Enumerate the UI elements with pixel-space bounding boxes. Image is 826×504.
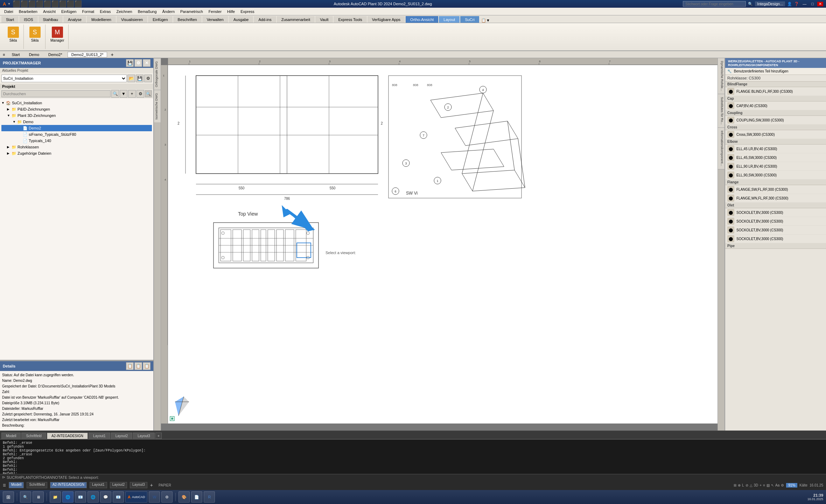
palette-item-flangewn[interactable]: ⬤ FLANGE,WN,FL,RF,300 (CS300) — [725, 194, 826, 203]
tree-item-typicals[interactable]: 📄 Typicals_140 — [1, 138, 152, 144]
status-schriftfeld-btn[interactable]: Schriftfeld — [27, 482, 47, 488]
layout-tab-a2-integadesign[interactable]: A2-INTEGADESIGN — [47, 433, 88, 439]
command-input[interactable] — [101, 475, 824, 479]
tab-add-ins[interactable]: Add-ins — [254, 16, 276, 23]
details-btn3[interactable]: 📋 — [143, 362, 150, 370]
palette-item-cross[interactable]: ⬤ Cross,SW,3000 (CS300) — [725, 130, 826, 139]
palette-item-sockolet4[interactable]: ⬤ SOCKOLET,BV,3000 (CS300) — [725, 234, 826, 243]
status-icon-3d[interactable]: 3D — [754, 483, 758, 487]
tab-isos[interactable]: ISOS — [19, 16, 37, 23]
project-search-input[interactable] — [1, 90, 111, 97]
details-btn1[interactable]: 📋 — [126, 362, 134, 370]
project-save-btn[interactable]: 💾 — [136, 75, 144, 82]
taskbar-settings-btn[interactable]: ⚙ — [161, 491, 173, 503]
palette-item-sockolet3[interactable]: ⬤ SOCKOLET,BV,3000 (CS300) — [725, 226, 826, 234]
layout-tab-layout2[interactable]: Layout2 — [111, 433, 133, 439]
menu-hilfe[interactable]: Hilfe — [224, 8, 238, 15]
search-go-btn[interactable]: 🔍 — [145, 90, 152, 97]
status-icon-osnap[interactable]: △ — [750, 483, 752, 487]
right-side-tab-substitute[interactable]: Substitutes für Ro... — [718, 94, 724, 128]
status-icon-ortho[interactable]: L — [742, 483, 744, 487]
pm-settings-btn[interactable]: ⚙ — [134, 59, 142, 67]
status-icon-polar[interactable]: ⊘ — [746, 483, 748, 487]
layout-tab-layout3[interactable]: Layout3 — [133, 433, 155, 439]
close-btn[interactable]: ✕ — [817, 2, 823, 6]
pm-save-btn[interactable]: 💾 — [126, 59, 134, 67]
tree-item-demo-folder[interactable]: ▼ 📁 Demo — [1, 119, 152, 125]
module-tab-demo[interactable]: Demo — [25, 52, 43, 57]
menu-bearbeiten[interactable]: Bearbeiten — [16, 8, 40, 15]
palette-item-sockolet2[interactable]: ⬤ SOCKOLET,BV,3000 (CS300) — [725, 217, 826, 226]
status-a2-btn[interactable]: A2-INTEGADESIGN — [50, 482, 87, 488]
palette-item-flangesw[interactable]: ⬤ FLANGE,SW,FL,RF,300 (CS300) — [725, 185, 826, 194]
tab-modellieren[interactable]: Modellieren — [87, 16, 116, 23]
palette-item-blindflange[interactable]: ⬤ FLANGE BLIND,FL,RF,300 (CS300) — [725, 87, 826, 96]
drawing-area[interactable]: 550 550 786 2 2 808 808 808 — [168, 65, 718, 424]
menu-express[interactable]: Express — [238, 8, 257, 15]
minimize-btn[interactable]: — — [801, 2, 808, 6]
taskbar-paint-btn[interactable]: 🎨 — [178, 491, 190, 503]
tree-item-plant3d[interactable]: ▼ 📁 Plant 3D-Zeichnungen — [1, 112, 152, 119]
tab-beschriften[interactable]: Beschriften — [173, 16, 202, 23]
taskbar-revit-btn[interactable]: R — [204, 491, 215, 503]
status-icon-select[interactable]: ↖ — [771, 483, 774, 487]
tree-item-siframo[interactable]: 📄 siFramo_Typicals_StützF80 — [1, 131, 152, 138]
canvas-side-tab-isometrie[interactable]: Isometrische DWG — [154, 90, 161, 122]
palette-item-ell45lr[interactable]: ⬤ ELL,45 LR,BV,40 (CS300) — [725, 145, 826, 153]
menu-andern[interactable]: Ändern — [160, 8, 177, 15]
status-layout3-btn[interactable]: Layout3 — [130, 482, 147, 488]
details-btn2[interactable]: 📋 — [134, 362, 142, 370]
taskbar-fileexplorer-btn[interactable]: 📁 — [50, 491, 61, 503]
status-modell-btn[interactable]: Modell — [9, 482, 24, 488]
menu-ansicht[interactable]: Ansicht — [40, 8, 58, 15]
taskbar-mail-btn[interactable]: 📧 — [75, 491, 86, 503]
menu-bemassung[interactable]: Bemaßung — [135, 8, 160, 15]
menu-extras[interactable]: Extras — [97, 8, 113, 15]
add-tab-button[interactable]: + — [108, 51, 115, 58]
sikla1-button[interactable]: S Sikla — [6, 26, 20, 43]
status-icon-grid[interactable]: ⊞ — [734, 483, 736, 487]
tab-zusammenarbeit[interactable]: Zusammenarbeit — [277, 16, 315, 23]
tab-verwalten[interactable]: Verwalten — [202, 16, 228, 23]
module-tabs-menu-icon[interactable]: ≡ — [3, 52, 5, 57]
search-more-btn[interactable]: ⚙ — [136, 90, 144, 98]
menu-fenster[interactable]: Fenster — [206, 8, 224, 15]
tab-stahlbau[interactable]: Stahlbau — [38, 16, 63, 23]
taskbar-search-btn[interactable]: 🔍 — [20, 491, 31, 503]
status-icon-dyn[interactable]: + — [760, 483, 762, 487]
status-icon-trans[interactable]: ▧ — [766, 483, 770, 487]
sikla2-button[interactable]: S Sikla — [28, 26, 42, 43]
taskbar-start-btn[interactable]: ⊞ — [3, 491, 14, 503]
tree-item-sucri[interactable]: ▼ 🏠 SuCri_Installation — [1, 100, 152, 106]
taskbar-acad-btn[interactable]: A AutoCAD — [125, 491, 147, 503]
tab-sucri[interactable]: SuCri — [460, 16, 479, 23]
status-icon-ws[interactable]: ⚙ — [781, 483, 784, 487]
add-layout-tab-btn[interactable]: + — [155, 433, 162, 439]
module-tab-demo2[interactable]: Demo2* — [44, 52, 66, 57]
palette-item-ell90lr[interactable]: ⬤ ELL,90 LR,BV,40 (CS300) — [725, 162, 826, 171]
tab-extra-btn[interactable]: 📋▼ — [481, 18, 490, 23]
module-tab-start[interactable]: Start — [8, 52, 23, 57]
menu-datei[interactable]: Datei — [1, 8, 16, 15]
status-add-layout[interactable]: + — [150, 482, 153, 488]
right-side-tab-dynamisch[interactable]: Dynamische Rohde... — [718, 58, 724, 94]
tab-visualisieren[interactable]: Visualisieren — [117, 16, 147, 23]
palette-item-sockolet1[interactable]: ⬤ SOCKOLET,BV,3000 (CS300) — [725, 208, 826, 217]
right-panel-scroll[interactable]: 🔧 Benutzerdefiniertes Teil hinzufügen Ro… — [725, 68, 826, 430]
add-custom-row[interactable]: 🔧 Benutzerdefiniertes Teil hinzufügen — [725, 68, 826, 75]
status-icon-lw[interactable]: ≡ — [763, 483, 765, 487]
project-settings2-btn[interactable]: ⚙ — [144, 75, 152, 82]
layout-tab-layout1[interactable]: Layout1 — [89, 433, 110, 439]
palette-item-ell45sw[interactable]: ⬤ ELL,45,SW,3000 (CS300) — [725, 153, 826, 162]
taskbar-taskview-btn[interactable]: 🖥 — [33, 491, 44, 503]
tab-ortho-ansicht[interactable]: Ortho-Ansicht — [406, 16, 438, 23]
search-type-btn[interactable]: 🔍 — [111, 90, 119, 98]
project-dropdown[interactable]: SuCri_Installation — [1, 75, 127, 82]
menu-zeichnen[interactable]: Zeichnen — [113, 8, 135, 15]
project-browse-btn[interactable]: 📂 — [127, 75, 135, 82]
layout-tab-schriftfeld[interactable]: Schriftfeld — [21, 433, 46, 439]
tree-item-demo2[interactable]: 📄 Demo2 — [1, 125, 152, 131]
canvas-side-tab-ortho[interactable]: Orthogonale DWG — [154, 58, 161, 90]
layout-tab-modell[interactable]: Modell — [1, 433, 21, 439]
right-side-tab-info[interactable]: Informationskomponent... — [718, 128, 724, 169]
